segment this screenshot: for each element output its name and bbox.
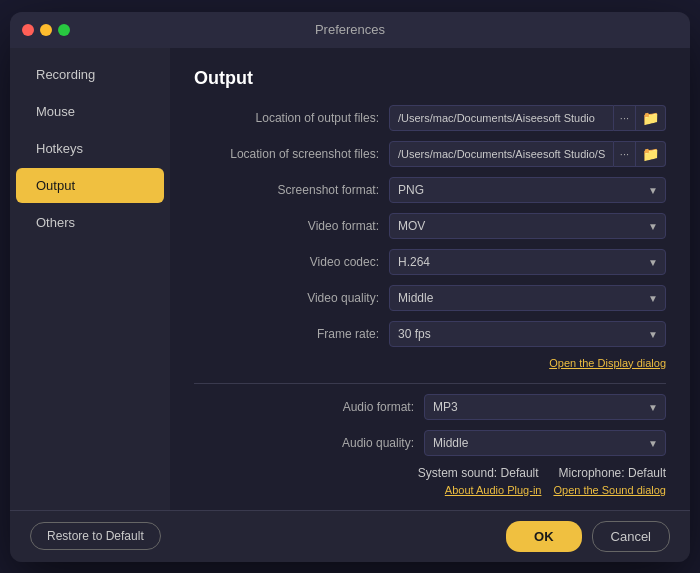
sidebar-item-hotkeys[interactable]: Hotkeys — [16, 131, 164, 166]
output-section-title: Output — [194, 68, 666, 89]
frame-rate-label: Frame rate: — [194, 327, 389, 341]
screenshot-files-label: Location of screenshot files: — [194, 147, 389, 161]
screenshot-format-wrapper: PNG JPG BMP ▼ — [389, 177, 666, 203]
divider-1 — [194, 383, 666, 384]
window-title: Preferences — [315, 22, 385, 37]
video-codec-label: Video codec: — [194, 255, 389, 269]
frame-rate-row: Frame rate: 30 fps 24 fps 60 fps 15 fps … — [194, 321, 666, 347]
main-content: Recording Mouse Hotkeys Output Others Ou… — [10, 48, 690, 510]
output-files-group: ··· 📁 — [389, 105, 666, 131]
audio-quality-label: Audio quality: — [194, 436, 424, 450]
video-quality-row: Video quality: High Middle Low ▼ — [194, 285, 666, 311]
screenshot-files-group: ··· 📁 — [389, 141, 666, 167]
output-files-row: Location of output files: ··· 📁 — [194, 105, 666, 131]
video-codec-select[interactable]: H.264 H.265 MPEG-4 — [389, 249, 666, 275]
fullscreen-dot[interactable] — [58, 24, 70, 36]
restore-default-button[interactable]: Restore to Default — [30, 522, 161, 550]
audio-format-select[interactable]: MP3 AAC M4A WAV — [424, 394, 666, 420]
cancel-button[interactable]: Cancel — [592, 521, 670, 552]
open-display-dialog-link[interactable]: Open the Display dialog — [549, 357, 666, 369]
screenshot-files-row: Location of screenshot files: ··· 📁 — [194, 141, 666, 167]
sidebar-item-others[interactable]: Others — [16, 205, 164, 240]
close-dot[interactable] — [22, 24, 34, 36]
open-sound-dialog-link[interactable]: Open the Sound dialog — [553, 484, 666, 496]
content-area: Output Location of output files: ··· 📁 L… — [170, 48, 690, 510]
video-format-wrapper: MOV MP4 AVI MKV ▼ — [389, 213, 666, 239]
about-audio-plugin-link[interactable]: About Audio Plug-in — [445, 484, 542, 496]
frame-rate-select[interactable]: 30 fps 24 fps 60 fps 15 fps — [389, 321, 666, 347]
bottom-right-buttons: OK Cancel — [506, 521, 670, 552]
frame-rate-wrapper: 30 fps 24 fps 60 fps 15 fps ▼ — [389, 321, 666, 347]
sidebar-item-recording[interactable]: Recording — [16, 57, 164, 92]
video-codec-wrapper: H.264 H.265 MPEG-4 ▼ — [389, 249, 666, 275]
video-quality-label: Video quality: — [194, 291, 389, 305]
display-dialog-row: Open the Display dialog — [194, 357, 666, 369]
screenshot-files-input[interactable] — [389, 141, 614, 167]
output-files-dots-button[interactable]: ··· — [614, 105, 636, 131]
video-format-select[interactable]: MOV MP4 AVI MKV — [389, 213, 666, 239]
system-sound-row: System sound: Default Microphone: Defaul… — [194, 466, 666, 480]
output-files-folder-button[interactable]: 📁 — [636, 105, 666, 131]
audio-links-row: About Audio Plug-in Open the Sound dialo… — [194, 484, 666, 496]
audio-quality-row: Audio quality: High Middle Low ▼ — [194, 430, 666, 456]
audio-quality-wrapper: High Middle Low ▼ — [424, 430, 666, 456]
output-files-input[interactable] — [389, 105, 614, 131]
video-format-label: Video format: — [194, 219, 389, 233]
sidebar-item-mouse[interactable]: Mouse — [16, 94, 164, 129]
screenshot-format-select[interactable]: PNG JPG BMP — [389, 177, 666, 203]
video-codec-row: Video codec: H.264 H.265 MPEG-4 ▼ — [194, 249, 666, 275]
video-quality-select[interactable]: High Middle Low — [389, 285, 666, 311]
audio-format-wrapper: MP3 AAC M4A WAV ▼ — [424, 394, 666, 420]
screenshot-files-folder-button[interactable]: 📁 — [636, 141, 666, 167]
window-controls — [22, 24, 70, 36]
audio-quality-select[interactable]: High Middle Low — [424, 430, 666, 456]
bottom-bar: Restore to Default OK Cancel — [10, 510, 690, 562]
minimize-dot[interactable] — [40, 24, 52, 36]
ok-button[interactable]: OK — [506, 521, 582, 552]
audio-format-label: Audio format: — [194, 400, 424, 414]
screenshot-format-label: Screenshot format: — [194, 183, 389, 197]
audio-format-row: Audio format: MP3 AAC M4A WAV ▼ — [194, 394, 666, 420]
sidebar: Recording Mouse Hotkeys Output Others — [10, 48, 170, 510]
video-format-row: Video format: MOV MP4 AVI MKV ▼ — [194, 213, 666, 239]
screenshot-format-row: Screenshot format: PNG JPG BMP ▼ — [194, 177, 666, 203]
system-sound-label: System sound: Default — [418, 466, 539, 480]
sidebar-item-output[interactable]: Output — [16, 168, 164, 203]
output-files-label: Location of output files: — [194, 111, 389, 125]
video-quality-wrapper: High Middle Low ▼ — [389, 285, 666, 311]
screenshot-files-dots-button[interactable]: ··· — [614, 141, 636, 167]
preferences-window: Preferences Recording Mouse Hotkeys Outp… — [10, 12, 690, 562]
titlebar: Preferences — [10, 12, 690, 48]
microphone-label: Microphone: Default — [559, 466, 666, 480]
